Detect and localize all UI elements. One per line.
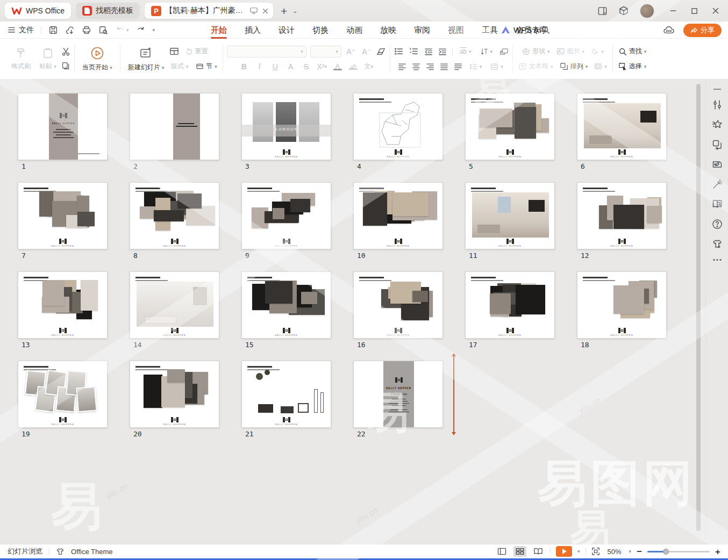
slide-17-thumbnail[interactable]: KELLY HOPPEN xyxy=(465,271,555,339)
slide-21-thumbnail[interactable]: KELLY HOPPEN xyxy=(241,361,331,428)
reset-slide-button[interactable]: 重置 xyxy=(183,46,210,58)
effects-star-icon[interactable] xyxy=(712,119,723,130)
zoom-level[interactable]: 50% xyxy=(605,548,624,556)
quickbar-chevron[interactable]: ▾ xyxy=(153,27,155,33)
undo-chevron[interactable]: ▾ xyxy=(126,27,129,33)
slide-16-thumbnail[interactable]: KELLY HOPPEN xyxy=(353,271,443,339)
bullet-list-icon[interactable] xyxy=(394,47,404,55)
zoom-in-button[interactable]: + xyxy=(715,547,720,556)
tab-insert[interactable]: 插入 xyxy=(245,21,261,39)
tab-animation[interactable]: 动画 xyxy=(346,21,362,39)
collapse-panel-handle[interactable] xyxy=(713,88,722,90)
slide-20-thumbnail[interactable]: KELLY HOPPEN xyxy=(130,361,219,428)
skin-theme-icon[interactable] xyxy=(712,239,723,249)
user-avatar[interactable] xyxy=(640,4,654,18)
highlight-color-button[interactable] xyxy=(347,61,359,73)
vertical-text-button[interactable]: ▾ xyxy=(479,46,495,58)
distribute-text-icon[interactable] xyxy=(454,63,462,70)
tab-slideshow[interactable]: 放映 xyxy=(380,21,396,39)
tab-transition[interactable]: 切换 xyxy=(312,21,329,39)
wps-ai-button[interactable]: WPS AI xyxy=(501,25,541,34)
slide-sorter-canvas[interactable]: KELLY HOPPEN12LONDONKELLY HOPPEN3KELLY H… xyxy=(0,80,705,544)
increase-indent-icon[interactable] xyxy=(438,47,447,55)
global-settings-icon[interactable] xyxy=(663,25,675,35)
print-icon[interactable] xyxy=(82,25,91,35)
slide-9-thumbnail[interactable]: KELLY HOPPEN xyxy=(241,182,331,249)
slide-19-thumbnail[interactable]: KELLY HOPPEN xyxy=(18,361,108,428)
undo-icon[interactable] xyxy=(115,25,125,35)
tab-list-chevron[interactable]: ⌄ xyxy=(292,8,297,15)
convert-to-slides-icon[interactable] xyxy=(499,47,509,56)
play-slideshow-button[interactable] xyxy=(556,546,572,557)
play-options-chevron[interactable]: ▾ xyxy=(577,549,580,554)
decrease-indent-icon[interactable] xyxy=(424,47,433,55)
slide-layout-icon[interactable] xyxy=(169,47,179,56)
close-tab-icon[interactable] xyxy=(262,8,269,15)
export-pdf-icon[interactable] xyxy=(65,25,75,35)
superscript-button[interactable]: X²▾ xyxy=(316,61,328,73)
tab-review[interactable]: 审阅 xyxy=(414,21,430,39)
select-button[interactable]: 选择▾ xyxy=(617,61,648,73)
textbox-button[interactable]: 文本框▾ xyxy=(517,61,555,73)
slide-11-thumbnail[interactable]: KELLY HOPPEN xyxy=(465,182,555,249)
slide-4-thumbnail[interactable]: KELLY HOPPEN xyxy=(353,93,443,160)
slide-6-thumbnail[interactable]: KELLY HOPPEN xyxy=(577,93,667,160)
magic-wand-icon[interactable] xyxy=(712,179,723,190)
fit-slide-icon[interactable] xyxy=(591,547,600,556)
redo-icon[interactable] xyxy=(136,25,146,35)
slide-sorter-view-button[interactable] xyxy=(513,546,526,557)
duplicate-slides-icon[interactable] xyxy=(712,139,723,150)
slide-18-thumbnail[interactable]: KELLY HOPPEN xyxy=(577,271,667,339)
zoom-slider-thumb[interactable] xyxy=(663,549,669,555)
slide-12-thumbnail[interactable]: KELLY HOPPEN xyxy=(577,182,667,249)
new-slide-button[interactable]: 新建幻灯片 ▾ xyxy=(124,45,168,73)
integrations-cube-icon[interactable] xyxy=(618,5,629,16)
save-icon[interactable] xyxy=(48,25,58,35)
strikethrough-button[interactable]: S xyxy=(301,61,312,73)
maximize-window-icon[interactable] xyxy=(691,8,698,15)
pinyin-guide-button[interactable]: 文▾ xyxy=(363,61,375,73)
properties-sliders-icon[interactable] xyxy=(712,99,723,110)
section-button[interactable]: 节▾ xyxy=(194,61,219,73)
paste-button[interactable]: 粘贴 ▾ xyxy=(35,46,60,72)
minimize-window-icon[interactable] xyxy=(669,7,677,15)
line-spacing-button[interactable]: ▾ xyxy=(468,61,484,73)
zoom-out-button[interactable]: − xyxy=(637,547,642,556)
search-icon[interactable] xyxy=(541,25,551,35)
numbered-list-icon[interactable] xyxy=(409,47,419,55)
slide-13-thumbnail[interactable]: KELLY HOPPEN xyxy=(18,271,108,339)
justify-icon[interactable] xyxy=(440,63,448,70)
play-from-current-button[interactable]: 当页开始 ▾ xyxy=(78,45,116,73)
print-preview-icon[interactable] xyxy=(98,25,108,35)
paragraph-settings-button[interactable]: ▾ xyxy=(489,61,505,73)
character-spacing-button[interactable]: A xyxy=(285,61,297,73)
slide-border-button[interactable]: ▾ xyxy=(593,61,609,73)
slide-15-thumbnail[interactable]: KELLY HOPPEN xyxy=(241,271,331,339)
asset-library-icon[interactable] xyxy=(712,159,723,170)
theme-name[interactable]: Office Theme xyxy=(71,548,113,556)
slide-22-thumbnail[interactable]: KELLY HOPPENThank You xyxy=(353,361,443,428)
increase-font-button[interactable]: A⁺ xyxy=(345,46,357,58)
align-right-icon[interactable] xyxy=(426,63,434,70)
shapes-button[interactable]: 形状▾ xyxy=(520,46,552,58)
tab-wps-office[interactable]: WPS Office xyxy=(5,3,71,19)
tab-view[interactable]: 视图 xyxy=(448,21,464,39)
fill-color-button[interactable]: ▾ xyxy=(589,46,605,58)
underline-button[interactable]: U xyxy=(269,61,281,73)
reading-view-button[interactable] xyxy=(532,546,545,557)
decrease-font-button[interactable]: A⁻ xyxy=(361,46,373,58)
zoom-slider[interactable] xyxy=(647,548,710,555)
present-monitor-icon[interactable] xyxy=(249,7,258,15)
tab-tools[interactable]: 工具 xyxy=(482,21,498,39)
close-window-icon[interactable] xyxy=(712,7,719,15)
split-view-icon[interactable] xyxy=(597,6,608,16)
zoom-chevron[interactable]: ▾ xyxy=(629,549,632,554)
italic-button[interactable]: I xyxy=(254,61,266,73)
format-painter-button[interactable]: 格式刷 xyxy=(8,46,34,72)
more-options-icon[interactable] xyxy=(712,259,722,261)
slide-5-thumbnail[interactable]: KELLY HOPPEN xyxy=(465,93,555,160)
tab-document[interactable]: P 【凯莉·赫本】广州豪华公寓A4 xyxy=(145,3,273,19)
tab-docer-templates[interactable]: 找稻壳模板 xyxy=(76,3,140,19)
arrange-button[interactable]: 排列▾ xyxy=(558,61,590,73)
file-menu-button[interactable]: 文件 xyxy=(8,25,34,35)
